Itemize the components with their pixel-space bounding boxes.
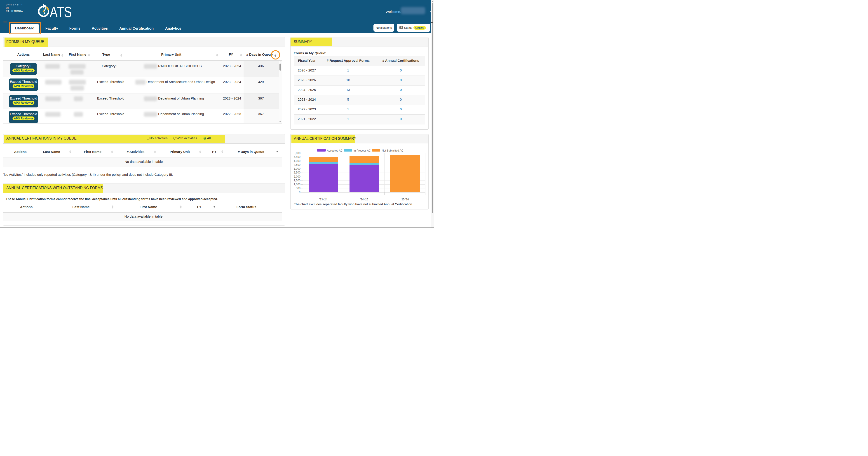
svg-text:ATS: ATS	[50, 4, 72, 18]
